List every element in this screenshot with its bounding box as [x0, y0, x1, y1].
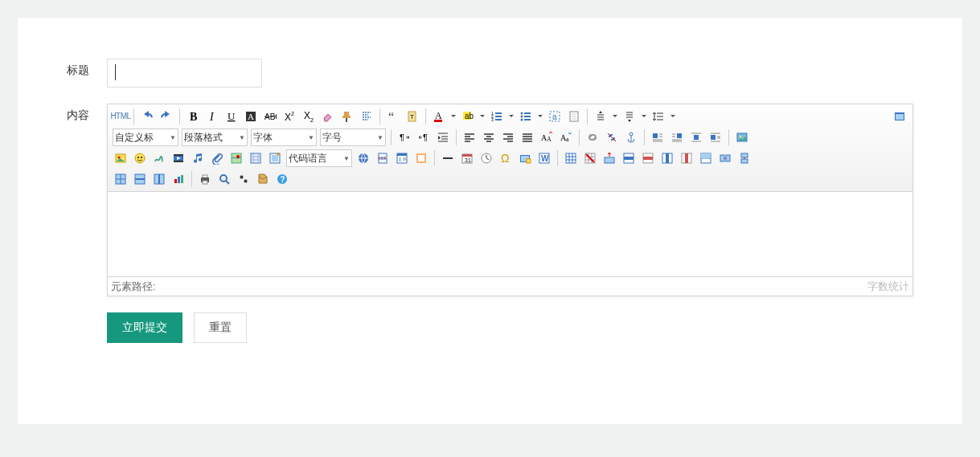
insert-image-icon[interactable] [733, 129, 751, 146]
insert-col-icon[interactable] [658, 149, 676, 167]
tolowercase-icon[interactable]: Aa [557, 129, 575, 146]
redo-icon[interactable] [158, 108, 175, 125]
submit-button[interactable]: 立即提交 [107, 312, 182, 343]
pasteplain-icon[interactable]: T [404, 108, 421, 125]
indent-icon[interactable] [434, 129, 452, 146]
strikethrough-icon[interactable]: ABC [261, 108, 279, 125]
code-lang-dropdown[interactable]: 代码语言▼ [286, 149, 352, 167]
gmap-icon[interactable] [247, 149, 264, 167]
align-center-icon[interactable] [480, 129, 498, 146]
insert-row-icon[interactable] [620, 149, 638, 167]
font-family-dropdown[interactable]: 字体▼ [251, 129, 317, 146]
unlink-icon[interactable] [603, 129, 621, 146]
insert-table-icon[interactable] [562, 149, 580, 167]
svg-text:U: U [228, 110, 236, 122]
single-image-icon[interactable] [112, 149, 129, 167]
svg-line-105 [226, 181, 229, 184]
rowspacing-top-icon[interactable] [592, 108, 609, 125]
merge-down-icon[interactable] [736, 149, 753, 167]
paragraph-dropdown[interactable]: 段落格式▼ [182, 129, 248, 146]
title-input[interactable] [107, 59, 262, 88]
blockquote-icon[interactable]: “ [384, 108, 402, 125]
searchreplace-icon[interactable] [235, 170, 252, 188]
ordered-list-icon[interactable]: 123 [488, 108, 506, 125]
webapp-icon[interactable] [355, 149, 372, 167]
split-cols-icon[interactable] [150, 170, 168, 188]
time-icon[interactable] [478, 149, 495, 167]
underline-icon[interactable]: U [223, 108, 240, 125]
backcolor-dropdown-icon[interactable] [478, 108, 486, 125]
wordimage-icon[interactable]: W [535, 149, 553, 167]
merge-right-icon[interactable] [716, 149, 734, 167]
touppercase-icon[interactable]: AA [538, 129, 556, 146]
pagebreak-icon[interactable] [374, 149, 392, 167]
subscript-icon[interactable]: X2 [300, 108, 318, 125]
rowspacing-bottom-icon[interactable] [621, 108, 638, 125]
attachment-icon[interactable] [208, 149, 226, 167]
custom-title-dropdown[interactable]: 自定义标▼ [113, 129, 178, 146]
drafts-icon[interactable] [254, 170, 272, 188]
eraser-icon[interactable] [319, 108, 337, 125]
italic-icon[interactable]: I [203, 108, 221, 125]
img-center-icon[interactable] [687, 129, 705, 146]
ordered-list-dropdown-icon[interactable] [507, 108, 515, 125]
selectall-icon[interactable]: a [546, 108, 564, 125]
reset-button[interactable]: 重置 [194, 312, 247, 343]
forecolor-dropdown-icon[interactable] [449, 108, 457, 125]
delete-col-icon[interactable] [678, 149, 695, 167]
music-icon[interactable] [189, 149, 207, 167]
delete-row-icon[interactable] [639, 149, 657, 167]
lineheight-dropdown-icon[interactable] [669, 108, 677, 125]
backcolor-icon[interactable]: ab [459, 108, 477, 125]
date-icon[interactable]: 31 [458, 149, 476, 167]
insert-paragraph-before-icon[interactable] [601, 149, 618, 167]
svg-rect-39 [677, 133, 682, 138]
preview-icon[interactable] [215, 170, 233, 188]
source-html-icon[interactable]: HTML [112, 108, 129, 125]
template-icon[interactable] [393, 149, 411, 167]
video-icon[interactable] [170, 149, 187, 167]
delete-table-icon[interactable] [581, 149, 599, 167]
autotypeset-icon[interactable] [358, 108, 375, 125]
img-right-icon[interactable] [668, 129, 686, 146]
align-justify-icon[interactable] [519, 129, 536, 146]
rowspacing-top-dropdown-icon[interactable] [611, 108, 619, 125]
cleardoc-icon[interactable] [565, 108, 583, 125]
align-left-icon[interactable] [461, 129, 478, 146]
bold-icon[interactable]: B [184, 108, 202, 125]
forecolor-icon[interactable]: A [430, 108, 448, 125]
unordered-list-icon[interactable] [517, 108, 535, 125]
print-icon[interactable] [196, 170, 214, 188]
split-cells-icon[interactable] [112, 170, 129, 188]
superscript-icon[interactable]: X2 [281, 108, 298, 125]
format-brush-icon[interactable] [338, 108, 356, 125]
rowspacing-bottom-dropdown-icon[interactable] [640, 108, 648, 125]
img-left-icon[interactable] [649, 129, 666, 146]
editor-body[interactable] [108, 192, 912, 276]
insert-frame-icon[interactable] [266, 149, 284, 167]
spechars-icon[interactable]: Ω [497, 149, 515, 167]
link-icon[interactable] [584, 129, 601, 146]
map-icon[interactable] [228, 149, 245, 167]
font-size-dropdown[interactable]: 字号▼ [320, 129, 386, 146]
undo-icon[interactable] [138, 108, 156, 125]
lineheight-icon[interactable] [650, 108, 667, 125]
anchor-icon[interactable] [622, 129, 640, 146]
fontborder-icon[interactable]: A [242, 108, 260, 125]
unordered-list-dropdown-icon[interactable] [536, 108, 544, 125]
help-icon[interactable]: ? [273, 170, 291, 188]
rtl-icon[interactable]: ¶ [415, 129, 433, 146]
wordcount-label[interactable]: 字数统计 [867, 280, 909, 294]
scrawl-icon[interactable] [150, 149, 168, 167]
snapscreen-icon[interactable] [516, 149, 534, 167]
align-right-icon[interactable] [499, 129, 517, 146]
img-none-icon[interactable] [707, 129, 724, 146]
fullscreen-icon[interactable] [891, 108, 908, 125]
split-rows-icon[interactable] [131, 170, 149, 188]
ltr-icon[interactable]: ¶ [396, 129, 413, 146]
charts-icon[interactable] [170, 170, 187, 188]
background-icon[interactable] [412, 149, 430, 167]
horizontal-rule-icon[interactable] [439, 149, 457, 167]
emotion-icon[interactable] [131, 149, 149, 167]
merge-cells-icon[interactable] [697, 149, 715, 167]
